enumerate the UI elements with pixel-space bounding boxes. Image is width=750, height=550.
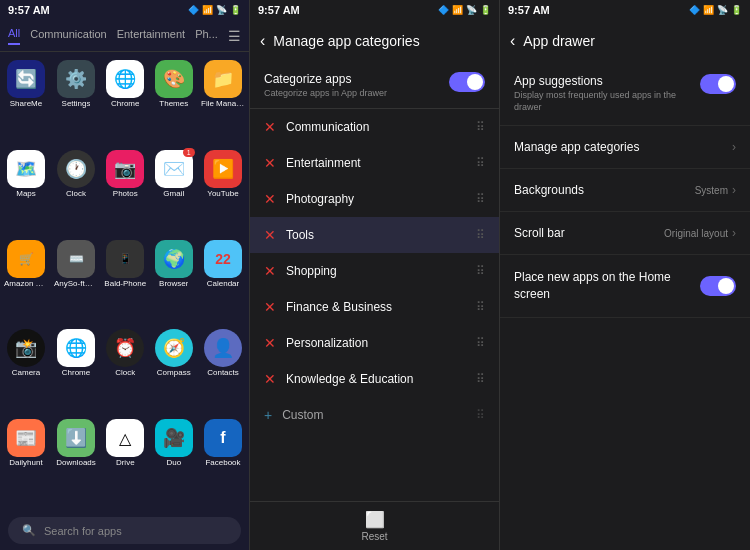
place-new-apps-label: Place new apps on the Home screen [514, 269, 684, 303]
categorize-sub: Categorize apps in App drawer [264, 88, 387, 98]
app-label: Maps [16, 190, 36, 199]
app-label: AnySo-ftKeybo... [54, 280, 98, 289]
list-item[interactable]: 🌐 Chrome [104, 60, 147, 144]
app-label: Clock [115, 369, 135, 378]
app-icon-anysoftkeyboard: ⌨️ [57, 240, 95, 278]
categorize-row[interactable]: Categorize apps Categorize apps in App d… [250, 62, 499, 109]
category-row-personalization[interactable]: ✕ Personalization ⠿ [250, 325, 499, 361]
app-label: Themes [159, 100, 188, 109]
app-label: Facebook [205, 459, 240, 468]
list-item[interactable]: 🎥 Duo [153, 419, 196, 503]
app-icon-contacts: 👤 [204, 329, 242, 367]
categorize-toggle[interactable] [449, 72, 485, 92]
remove-icon: ✕ [264, 371, 276, 387]
app-icon-amazon: 🛒 [7, 240, 45, 278]
list-item[interactable]: f Facebook [201, 419, 245, 503]
list-item[interactable]: 🔄 ShareMe [4, 60, 48, 144]
app-suggestions-toggle[interactable] [700, 74, 736, 94]
app-icon-chrome: 🌐 [106, 60, 144, 98]
list-item[interactable]: ✉️ 1 Gmail [153, 150, 196, 234]
category-row-entertainment[interactable]: ✕ Entertainment ⠿ [250, 145, 499, 181]
list-item[interactable]: 📷 Photos [104, 150, 147, 234]
app-label: Bald-Phone [104, 280, 146, 289]
back-button[interactable]: ‹ [260, 32, 265, 50]
chevron-right-icon: › [732, 226, 736, 240]
place-new-apps-toggle[interactable] [700, 276, 736, 296]
place-new-apps-row[interactable]: Place new apps on the Home screen [500, 255, 750, 318]
app-icon-shareme: 🔄 [7, 60, 45, 98]
hamburger-icon[interactable]: ☰ [228, 28, 241, 44]
list-item[interactable]: 🛒 Amazon Shopping [4, 240, 48, 324]
app-icon-youtube: ▶️ [204, 150, 242, 188]
list-item[interactable]: ⌨️ AnySo-ftKeybo... [54, 240, 98, 324]
app-label: Drive [116, 459, 135, 468]
app-label: Dailyhunt [9, 459, 42, 468]
app-label: Chrome [62, 369, 90, 378]
app-suggestions-sub: Display most frequently used apps in the… [514, 90, 690, 113]
list-item[interactable]: 🗺️ Maps [4, 150, 48, 234]
list-item[interactable]: ⬇️ Downloads [54, 419, 98, 503]
category-name: Finance & Business [286, 300, 466, 314]
list-item[interactable]: 🎨 Themes [153, 60, 196, 144]
list-item[interactable]: ▶️ YouTube [201, 150, 245, 234]
remove-icon: ✕ [264, 335, 276, 351]
category-row-tools[interactable]: ✕ Tools ⠿ [250, 217, 499, 253]
list-item[interactable]: ⏰ Clock [104, 329, 147, 413]
manage-categories-row[interactable]: Manage app categories › [500, 126, 750, 169]
category-row-custom[interactable]: + Custom ⠿ [250, 397, 499, 433]
list-item[interactable]: 👤 Contacts [201, 329, 245, 413]
signal-icon: 📶 [452, 5, 463, 15]
tab-more[interactable]: Ph... [195, 28, 218, 44]
backgrounds-value-group: System › [695, 183, 736, 197]
bluetooth-icon: 🔷 [188, 5, 199, 15]
status-icons-1: 🔷 📶 📡 🔋 [188, 5, 241, 15]
tab-entertainment[interactable]: Entertainment [117, 28, 185, 44]
reset-bar[interactable]: ⬜ Reset [250, 501, 499, 550]
list-item[interactable]: 🕐 Clock [54, 150, 98, 234]
drag-icon: ⠿ [476, 156, 485, 170]
category-row-finance[interactable]: ✕ Finance & Business ⠿ [250, 289, 499, 325]
app-suggestions-label: App suggestions [514, 74, 690, 88]
category-row-knowledge[interactable]: ✕ Knowledge & Education ⠿ [250, 361, 499, 397]
list-item[interactable]: 📸 Camera [4, 329, 48, 413]
app-icon-browser: 🌍 [155, 240, 193, 278]
app-suggestions-row[interactable]: App suggestions Display most frequently … [500, 62, 750, 126]
category-name: Communication [286, 120, 466, 134]
tab-all[interactable]: All [8, 27, 20, 45]
app-icon-camera: 📸 [7, 329, 45, 367]
list-item[interactable]: 22 Calendar [201, 240, 245, 324]
list-item[interactable]: 🌐 Chrome [54, 329, 98, 413]
app-label: Calendar [207, 280, 239, 289]
app-icon-duo: 🎥 [155, 419, 193, 457]
app-icon-clock2: ⏰ [106, 329, 144, 367]
app-icon-facebook: f [204, 419, 242, 457]
app-icon-calendar: 22 [204, 240, 242, 278]
search-bar[interactable]: 🔍 Search for apps [8, 517, 241, 544]
app-icon-baldphone: 📱 [106, 240, 144, 278]
back-button[interactable]: ‹ [510, 32, 515, 50]
backgrounds-row[interactable]: Backgrounds System › [500, 169, 750, 212]
status-time-2: 9:57 AM [258, 4, 300, 16]
list-item[interactable]: 📱 Bald-Phone [104, 240, 147, 324]
status-bar-3: 9:57 AM 🔷 📶 📡 🔋 [500, 0, 750, 20]
list-item[interactable]: ⚙️ Settings [54, 60, 98, 144]
app-icon-filemanager: 📁 [204, 60, 242, 98]
drag-icon: ⠿ [476, 264, 485, 278]
category-row-shopping[interactable]: ✕ Shopping ⠿ [250, 253, 499, 289]
scroll-bar-row[interactable]: Scroll bar Original layout › [500, 212, 750, 255]
list-item[interactable]: △ Drive [104, 419, 147, 503]
app-icon-photos: 📷 [106, 150, 144, 188]
app-icon-downloads: ⬇️ [57, 419, 95, 457]
drag-icon: ⠿ [476, 408, 485, 422]
list-item[interactable]: 🧭 Compass [153, 329, 196, 413]
list-item[interactable]: 📁 File Manager [201, 60, 245, 144]
category-row-photography[interactable]: ✕ Photography ⠿ [250, 181, 499, 217]
status-icons-3: 🔷 📶 📡 🔋 [689, 5, 742, 15]
manage-categories-label: Manage app categories [514, 140, 639, 154]
tab-communication[interactable]: Communication [30, 28, 106, 44]
panel-app-drawer: 9:57 AM 🔷 📶 📡 🔋 All Communication Entert… [0, 0, 250, 550]
app-label: Gmail [163, 190, 184, 199]
list-item[interactable]: 🌍 Browser [153, 240, 196, 324]
category-row-communication[interactable]: ✕ Communication ⠿ [250, 109, 499, 145]
list-item[interactable]: 📰 Dailyhunt [4, 419, 48, 503]
